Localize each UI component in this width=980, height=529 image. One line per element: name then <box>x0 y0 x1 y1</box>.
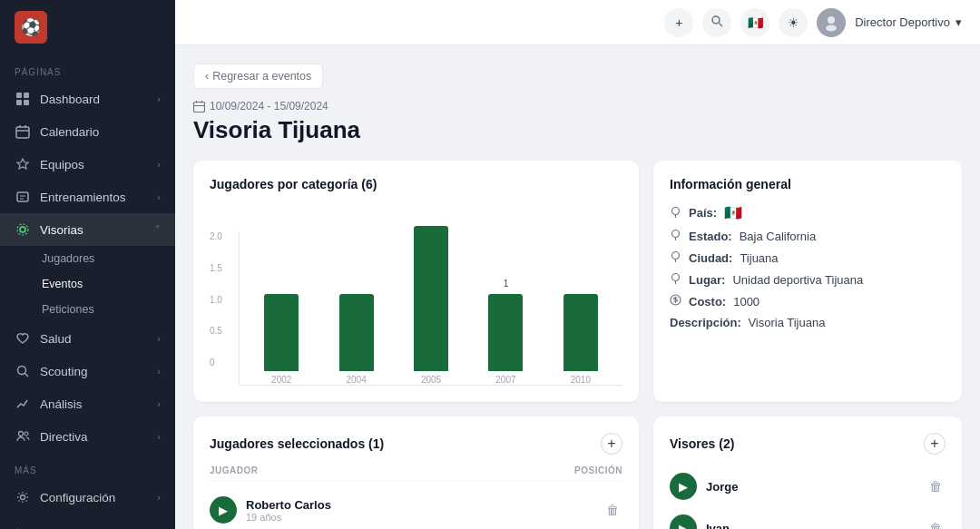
svg-point-13 <box>712 16 720 24</box>
search-button[interactable] <box>702 8 731 37</box>
analisis-chevron: › <box>157 398 161 409</box>
sidebar: ⚽ PÁGINAS Dashboard › Calendario Equipos… <box>0 0 175 529</box>
pais-flag: 🇲🇽 <box>724 204 742 221</box>
delete-player-button[interactable]: 🗑 <box>603 500 622 520</box>
svg-point-12 <box>21 495 25 500</box>
bottom-grid: Jugadores seleccionados (1) + JUGADOR PO… <box>193 416 962 529</box>
flag-button[interactable]: 🇲🇽 <box>740 8 769 37</box>
svg-point-21 <box>672 274 680 281</box>
player-name: Roberto Carlos <box>246 498 593 512</box>
back-button[interactable]: ‹ Regresar a eventos <box>193 64 323 89</box>
sidebar-item-dashboard-label: Dashboard <box>40 93 100 106</box>
bar-2002-label: 2002 <box>271 375 291 385</box>
visorias-chevron: ˅ <box>155 224 161 236</box>
location-icon <box>670 206 681 220</box>
collapse-icon: ← <box>15 523 25 529</box>
sidebar-item-scouting[interactable]: Scouting › <box>0 355 175 387</box>
sidebar-item-equipos[interactable]: Equipos › <box>0 148 175 181</box>
directiva-chevron: › <box>157 431 161 442</box>
sidebar-item-entrenamientos[interactable]: Entrenamientos › <box>0 181 175 213</box>
plus-icon: + <box>675 15 682 30</box>
bar-2005-rect <box>414 226 448 371</box>
sidebar-item-analisis[interactable]: Análisis › <box>0 387 175 420</box>
svg-point-11 <box>24 432 28 436</box>
sidebar-sub-jugadores[interactable]: Jugadores <box>0 246 175 271</box>
equipos-icon <box>15 156 31 172</box>
flag-icon: 🇲🇽 <box>748 15 763 30</box>
delete-jorge-button[interactable]: 🗑 <box>926 476 946 496</box>
add-player-button[interactable]: + <box>601 433 622 455</box>
topbar: + 🇲🇽 ☀ Director Deportivo ▾ <box>175 0 980 45</box>
content-grid: Jugadores por categoría (6) 0 0.5 1.0 1.… <box>193 161 962 402</box>
info-card-title: Información general <box>670 177 946 191</box>
svg-point-7 <box>17 224 28 235</box>
sidebar-item-entrenamientos-label: Entrenamientos <box>40 191 126 204</box>
sidebar-item-directiva-label: Directiva <box>40 430 88 444</box>
player-age: 19 años <box>246 512 593 523</box>
page-title: Visoria Tijuana <box>193 116 962 144</box>
sidebar-item-calendario[interactable]: Calendario <box>0 115 175 148</box>
sidebar-item-configuracion[interactable]: Configuración › <box>0 481 175 514</box>
user-chevron: ▾ <box>956 15 962 29</box>
ciudad-location-icon <box>670 250 681 265</box>
info-card: Información general País: 🇲🇽 Estado: Baj… <box>653 161 962 402</box>
bar-2002: 2002 <box>252 294 310 385</box>
sidebar-item-configuracion-label: Configuración <box>40 491 115 505</box>
y-label-1: 0.5 <box>210 326 239 336</box>
add-button[interactable]: + <box>664 8 693 37</box>
visor-jorge-name: Jorge <box>706 480 916 494</box>
bar-2010: 2010 <box>552 294 610 385</box>
bar-2004-label: 2004 <box>346 375 366 385</box>
info-costo: Costo: 1000 <box>670 294 946 309</box>
entrenamientos-icon <box>15 189 31 205</box>
directiva-icon <box>15 428 31 445</box>
chart-title: Jugadores por categoría (6) <box>210 177 622 191</box>
sidebar-item-directiva[interactable]: Directiva › <box>0 420 175 453</box>
back-chevron-icon: ‹ <box>205 70 209 83</box>
player-avatar: ▶ <box>210 496 237 524</box>
sidebar-collapse[interactable]: ← <box>0 514 175 529</box>
svg-point-16 <box>826 24 837 31</box>
dashboard-icon <box>15 91 31 107</box>
bar-2005-label: 2005 <box>421 375 441 385</box>
visores-card: Visores (2) + ▶ Jorge 🗑 ▶ Ivan 🗑 <box>653 416 962 529</box>
visor-row-jorge: ▶ Jorge 🗑 <box>670 465 946 507</box>
visor-row-ivan: ▶ Ivan 🗑 <box>670 507 946 529</box>
chart-card: Jugadores por categoría (6) 0 0.5 1.0 1.… <box>193 161 639 402</box>
sidebar-item-visorias[interactable]: Visorias ˅ <box>0 213 175 246</box>
svg-point-19 <box>672 230 680 238</box>
lugar-location-icon <box>670 272 681 287</box>
bar-2007-label: 2007 <box>495 375 515 385</box>
y-label-3: 1.5 <box>210 263 239 273</box>
delete-ivan-button[interactable]: 🗑 <box>926 518 946 529</box>
y-label-0: 0 <box>210 358 239 367</box>
svg-line-14 <box>720 24 723 27</box>
sidebar-item-dashboard[interactable]: Dashboard › <box>0 83 175 115</box>
analisis-icon <box>15 396 31 412</box>
configuracion-icon <box>15 489 31 505</box>
info-pais: País: 🇲🇽 <box>670 204 946 221</box>
sidebar-item-salud[interactable]: Salud › <box>0 322 175 355</box>
theme-button[interactable]: ☀ <box>779 8 808 37</box>
visor-ivan-avatar: ▶ <box>670 514 697 529</box>
col-posicion: POSICIÓN <box>574 465 622 475</box>
bar-2007-value: 1 <box>504 279 509 289</box>
user-avatar <box>817 8 846 37</box>
svg-point-6 <box>20 227 25 232</box>
user-menu[interactable]: Director Deportivo ▾ <box>855 15 962 29</box>
sidebar-sub-peticiones[interactable]: Peticiones <box>0 297 175 322</box>
info-descripcion: Descripción: Visoria Tijuana <box>670 316 946 329</box>
sidebar-section-more: MÁS <box>0 453 175 481</box>
sidebar-sub-eventos[interactable]: Eventos <box>0 271 175 297</box>
entrenamientos-chevron: › <box>157 191 161 202</box>
y-label-4: 2.0 <box>210 231 239 241</box>
svg-rect-1 <box>24 93 29 98</box>
svg-rect-3 <box>24 100 29 105</box>
event-date: 10/09/2024 - 15/09/2024 <box>193 100 962 113</box>
visorias-icon <box>15 221 31 238</box>
visor-jorge-avatar: ▶ <box>670 473 697 500</box>
user-name: Director Deportivo <box>855 15 950 29</box>
y-label-2: 1.0 <box>210 295 239 305</box>
add-visor-button[interactable]: + <box>924 433 946 455</box>
date-range: 10/09/2024 - 15/09/2024 <box>210 100 328 113</box>
